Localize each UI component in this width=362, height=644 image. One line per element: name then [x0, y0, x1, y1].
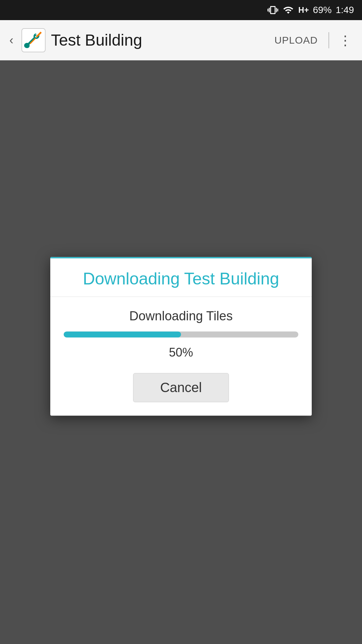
more-options-button[interactable]: ⋮ — [335, 30, 355, 51]
progress-bar-fill — [64, 331, 181, 337]
app-icon — [21, 28, 46, 52]
upload-button[interactable]: UPLOAD — [269, 32, 323, 49]
vibrate-icon — [267, 5, 278, 15]
download-dialog: Downloading Test Building Downloading Ti… — [50, 257, 312, 416]
progress-percent-label: 50% — [169, 345, 193, 360]
status-time: 1:49 — [336, 5, 354, 15]
network-type: H+ — [298, 5, 309, 15]
signal-icon — [282, 5, 294, 15]
download-status-text: Downloading Tiles — [129, 309, 233, 323]
battery-percentage: 69% — [313, 5, 331, 15]
page-title: Test Building — [51, 31, 264, 49]
dialog-title: Downloading Test Building — [83, 269, 279, 288]
status-icons: H+ 69% 1:49 — [267, 5, 354, 15]
tools-icon — [24, 31, 43, 50]
main-content: Downloading Test Building Downloading Ti… — [0, 60, 362, 644]
app-bar: ‹ Test Building UPLOAD ⋮ — [0, 20, 362, 60]
progress-bar-container — [64, 331, 298, 337]
dialog-body: Downloading Tiles 50% Cancel — [50, 297, 312, 416]
back-button[interactable]: ‹ — [7, 31, 16, 50]
cancel-button[interactable]: Cancel — [133, 373, 229, 402]
status-bar: H+ 69% 1:49 — [0, 0, 362, 20]
dialog-title-bar: Downloading Test Building — [50, 257, 312, 297]
divider — [328, 32, 329, 48]
